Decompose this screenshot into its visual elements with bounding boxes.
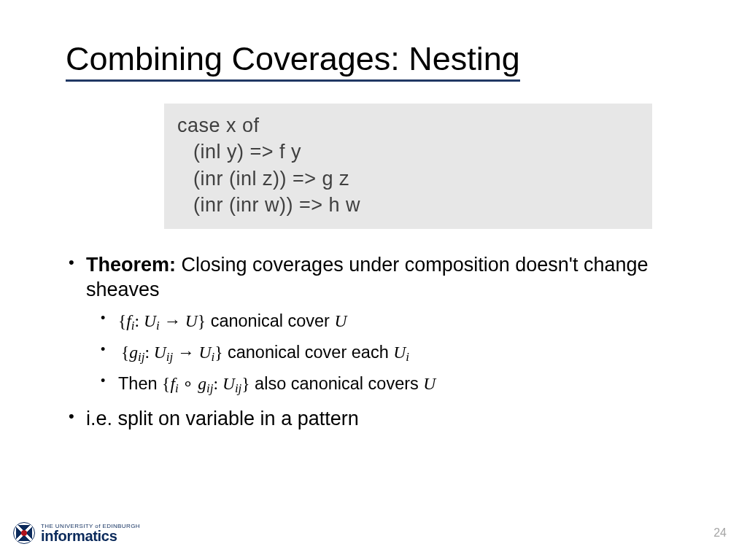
slide: Combining Coverages: Nesting case x of (… bbox=[0, 0, 747, 560]
code-block: case x of (inl y) => f y (inr (inl z)) =… bbox=[164, 104, 652, 229]
theorem-label: Theorem: bbox=[86, 254, 176, 276]
last-bullet: i.e. split on variable in a pattern bbox=[66, 406, 681, 432]
sub-bullet-1: {fi: Ui → U} canonical cover U bbox=[66, 310, 681, 334]
code-line-1: case x of bbox=[177, 114, 260, 136]
code-line-2: (inl y) => f y bbox=[177, 139, 639, 165]
logo-big: informatics bbox=[41, 529, 140, 543]
bullet-list: Theorem: Closing coverages under composi… bbox=[66, 252, 681, 432]
sub-bullet-2: {gij: Uij → Ui} canonical cover each Ui bbox=[66, 341, 681, 365]
theorem-bullet: Theorem: Closing coverages under composi… bbox=[66, 252, 681, 303]
crest-icon bbox=[13, 522, 35, 544]
sub-bullet-3: Then {fi ∘ gij: Uij} also canonical cove… bbox=[66, 373, 681, 397]
code-line-3: (inr (inl z)) => g z bbox=[177, 166, 639, 192]
code-line-4: (inr (inr w)) => h w bbox=[177, 192, 639, 218]
slide-title: Combining Coverages: Nesting bbox=[66, 40, 520, 82]
page-number: 24 bbox=[713, 526, 727, 540]
university-logo: THE UNIVERSITY of EDINBURGH informatics bbox=[13, 522, 140, 544]
logo-text: THE UNIVERSITY of EDINBURGH informatics bbox=[41, 524, 140, 543]
